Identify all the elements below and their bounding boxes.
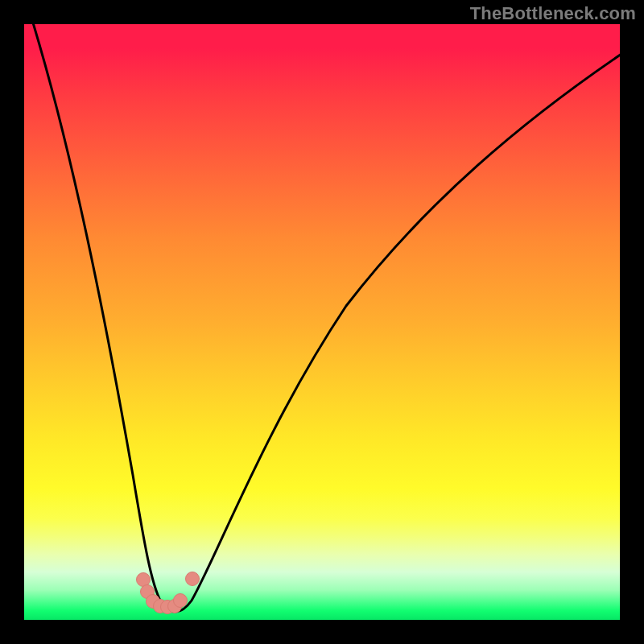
curve-markers xyxy=(137,572,200,614)
chart-svg xyxy=(24,24,620,620)
marker-dot xyxy=(137,573,151,587)
marker-dot xyxy=(174,594,188,608)
plot-area xyxy=(24,24,620,620)
marker-dot xyxy=(186,572,200,586)
bottleneck-curve xyxy=(32,24,620,612)
watermark-text: TheBottleneck.com xyxy=(470,3,636,24)
outer-frame: TheBottleneck.com xyxy=(0,0,644,644)
